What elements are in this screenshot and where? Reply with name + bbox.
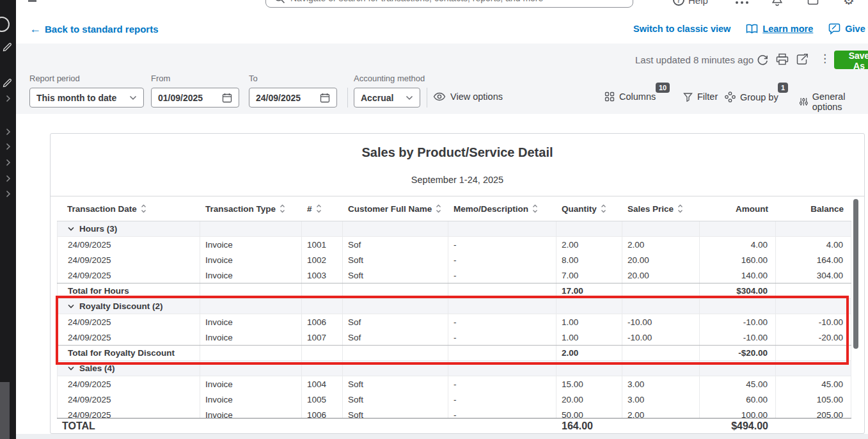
column-header-sales-price[interactable]: Sales Price [622, 196, 700, 221]
group-total-row-hours: Total for Hours17.00$304.00 [57, 283, 851, 299]
feedback-pen-icon [828, 23, 840, 35]
global-search[interactable] [265, 0, 633, 8]
hamburger-icon[interactable] [28, 0, 36, 2]
help-label: Help [688, 0, 708, 6]
report-title: Sales by Product/Service Detail [51, 145, 864, 160]
calendar-icon [222, 93, 232, 103]
to-date-field[interactable]: 24/09/2025 [249, 88, 337, 108]
table-header-row: Transaction Date Transaction Type # Cust… [57, 196, 851, 221]
book-icon [746, 24, 758, 34]
sort-icon [532, 204, 538, 213]
group-header-sales[interactable]: Sales (4) [57, 361, 851, 376]
page-bottom-strip [16, 434, 868, 439]
column-header-quantity[interactable]: Quantity [556, 196, 622, 221]
group-by-button[interactable]: Group by [725, 92, 778, 102]
export-icon[interactable] [796, 53, 809, 65]
chevron-right-icon[interactable] [6, 128, 11, 136]
columns-button[interactable]: Columns [604, 92, 656, 102]
table-row[interactable]: 24/09/2025Invoice1007Sof-1.00-10.00-10.0… [57, 330, 851, 345]
column-header-balance[interactable]: Balance [776, 196, 851, 221]
chevron-right-icon[interactable] [6, 190, 11, 198]
gear-icon[interactable]: ⚙ [843, 0, 855, 6]
column-header-transaction-type[interactable]: Transaction Type [200, 196, 302, 221]
from-date-field[interactable]: 01/09/2025 [151, 88, 239, 108]
search-icon [274, 0, 285, 4]
table-row[interactable]: 24/09/2025Invoice1003Soft-7.0020.00140.0… [57, 267, 851, 283]
general-options-button[interactable]: General options [800, 92, 868, 112]
column-header-memo[interactable]: Memo/Description [448, 196, 556, 221]
table-row[interactable]: 24/09/2025Invoice1004Soft-15.003.0045.00… [57, 376, 851, 392]
chevron-down-icon [68, 366, 74, 371]
pencil-icon[interactable] [3, 42, 12, 52]
avatar-circle-icon[interactable] [0, 17, 10, 32]
report-period-select[interactable]: This month to date [29, 88, 144, 108]
notifications-bell-icon[interactable] [771, 0, 784, 6]
sort-icon [601, 204, 606, 213]
group-by-count-badge: 1 [778, 83, 788, 93]
group-total-row-royalty-discount: Total for Royalty Discount2.00-$20.00 [57, 345, 851, 361]
refresh-icon[interactable] [756, 53, 769, 66]
sort-icon [280, 204, 285, 213]
from-label: From [151, 74, 170, 83]
chevron-right-icon[interactable] [6, 95, 11, 102]
help-button[interactable]: ? Help [673, 0, 708, 6]
column-header-customer[interactable]: Customer Full Name [343, 196, 448, 221]
to-label: To [249, 74, 258, 83]
divider [427, 88, 427, 108]
chevron-down-icon [68, 304, 74, 308]
back-to-standard-reports-link[interactable]: ← Back to standard reports [29, 24, 159, 35]
sort-icon [677, 204, 683, 213]
switch-to-classic-view-link[interactable]: Switch to classic view [633, 24, 730, 34]
save-as-button[interactable]: Save As [834, 51, 868, 69]
pencil-icon[interactable] [3, 78, 12, 88]
columns-count-badge: 10 [656, 83, 670, 93]
group-header-royalty-discount[interactable]: Royalty Discount (2) [57, 299, 851, 314]
report-toolbar: Last updated 8 minutes ago ⋮ Save As Rep… [16, 44, 868, 114]
table-row[interactable]: 24/09/2025Invoice1001Sof-2.002.004.004.0… [57, 237, 851, 252]
back-arrow-icon: ← [29, 24, 41, 34]
chevron-down-icon [129, 95, 137, 100]
sliders-icon [800, 97, 808, 107]
subheader-links: Switch to classic view Learn more Give f… [633, 23, 868, 35]
table-row[interactable]: 24/09/2025Invoice1002Soft-8.0020.00160.0… [57, 252, 851, 267]
learn-more-link[interactable]: Learn more [746, 24, 813, 34]
accounting-method-select[interactable]: Accrual [354, 88, 420, 108]
subheader: ← Back to standard reports Switch to cla… [16, 16, 868, 44]
help-icon: ? [673, 0, 684, 6]
divider [347, 88, 348, 108]
column-header-number[interactable]: # [302, 196, 343, 221]
chevron-right-icon[interactable] [6, 143, 11, 150]
eye-icon [433, 92, 446, 101]
chevron-right-icon[interactable] [6, 159, 11, 166]
column-header-transaction-date[interactable]: Transaction Date [57, 196, 200, 221]
table-scrollbar-thumb[interactable] [853, 199, 858, 349]
sidebar-scroll-thumb[interactable] [0, 382, 10, 439]
briefcase-icon[interactable] [807, 0, 819, 5]
give-feedback-link[interactable]: Give feedback [828, 23, 868, 35]
group-header-hours[interactable]: Hours (3) [57, 221, 851, 237]
back-label: Back to standard reports [45, 24, 159, 35]
sort-icon [316, 204, 322, 213]
filter-button[interactable]: Filter [683, 92, 718, 102]
table-row[interactable]: 24/09/2025Invoice1006Sof-1.00-10.00-10.0… [57, 314, 851, 330]
left-sidebar [0, 0, 16, 439]
grand-total-row: TOTAL164.00$494.00 [57, 418, 851, 434]
report-date-range: September 1-24, 2025 [51, 175, 864, 185]
report-table: Transaction Date Transaction Type # Cust… [57, 196, 851, 422]
print-icon[interactable] [776, 53, 789, 65]
more-options-kebab-icon[interactable]: ⋮ [819, 52, 830, 65]
calendar-icon [320, 93, 330, 103]
last-updated-text: Last updated 8 minutes ago [635, 54, 754, 65]
column-header-amount[interactable]: Amount [700, 196, 776, 221]
report-period-label: Report period [29, 74, 80, 83]
chevron-right-icon[interactable] [6, 175, 11, 182]
report-card: Sales by Product/Service Detail Septembe… [50, 133, 865, 434]
group-by-icon [725, 92, 736, 102]
chevron-down-icon [68, 227, 74, 231]
apps-icon[interactable] [736, 1, 748, 4]
app-screen: ? Help ⚙ ← Back to standard reports Swit… [0, 0, 868, 439]
search-input[interactable] [290, 0, 633, 3]
sort-icon [141, 204, 146, 213]
table-row[interactable]: 24/09/2025Invoice1005Soft-20.003.0060.00… [57, 392, 851, 407]
view-options-button[interactable]: View options [433, 92, 503, 102]
